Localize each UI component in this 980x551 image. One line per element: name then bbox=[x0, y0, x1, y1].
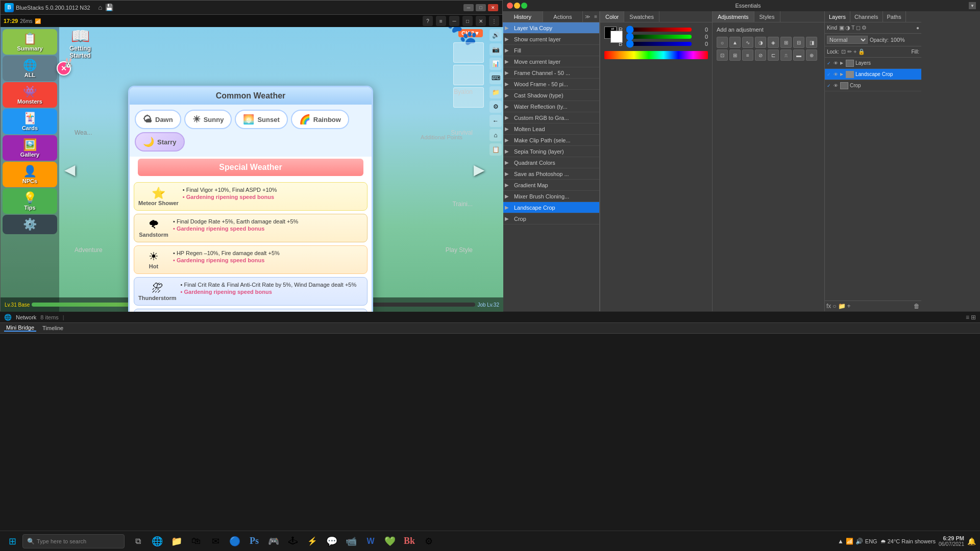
history-item-4[interactable]: ▶ Frame Channel - 50 ... bbox=[503, 67, 599, 79]
selective-color-icon[interactable]: ⊕ bbox=[806, 49, 817, 61]
bs-save-icon[interactable]: 💾 bbox=[105, 4, 113, 11]
history-item-5[interactable]: ▶ Wood Frame - 50 pi... bbox=[503, 79, 599, 90]
swatches-tab[interactable]: Swatches bbox=[624, 11, 659, 22]
whatsapp-button[interactable]: 💚 bbox=[381, 532, 399, 550]
history-panel-expand[interactable]: ≫ bbox=[583, 11, 592, 22]
new-fill-icon[interactable]: fx bbox=[826, 303, 831, 310]
nav-left-arrow[interactable]: ◀ bbox=[64, 161, 76, 178]
filter-pixel-icon[interactable]: ▣ bbox=[839, 24, 844, 31]
side-icon-5[interactable]: 📁 bbox=[489, 86, 502, 98]
layers-row-2[interactable]: ✓ 👁 Crop bbox=[825, 80, 921, 91]
volume-tray-icon[interactable]: 🔊 bbox=[855, 538, 863, 545]
gamepad-button[interactable]: 🎮 bbox=[264, 532, 283, 550]
close-modal-button[interactable]: ✕ 🐰 bbox=[57, 61, 71, 76]
rainbow-button[interactable]: 🌈 Rainbow bbox=[291, 110, 349, 129]
word-button[interactable]: W bbox=[361, 532, 380, 550]
sunny-button[interactable]: ☀ Sunny bbox=[184, 110, 232, 129]
history-item-9[interactable]: ▶ Molten Lead bbox=[503, 123, 599, 135]
bs-close-icon[interactable]: ✕ bbox=[476, 16, 486, 26]
side-icon-6[interactable]: ⚙ bbox=[489, 101, 502, 113]
brightness-contrast-icon[interactable]: ☼ bbox=[717, 37, 728, 48]
filter-shape-icon[interactable]: ◻ bbox=[856, 24, 861, 31]
bs-square-icon[interactable]: □ bbox=[462, 16, 473, 26]
history-item-1[interactable]: ▶ Show current layer bbox=[503, 34, 599, 45]
bw-icon[interactable]: ◨ bbox=[806, 37, 817, 48]
delete-layer-icon[interactable]: 🗑 bbox=[914, 303, 920, 310]
history-panel-menu[interactable]: ≡ bbox=[592, 11, 599, 22]
invert-icon[interactable]: ⊘ bbox=[755, 49, 766, 61]
nav-item-all[interactable]: 🌐 ALL bbox=[3, 56, 57, 81]
hsl-icon[interactable]: ⊞ bbox=[780, 37, 792, 48]
stacks-button[interactable]: Bk bbox=[400, 532, 419, 550]
new-layer-icon[interactable]: + bbox=[847, 303, 851, 310]
channel-mixer-icon[interactable]: ⊞ bbox=[729, 49, 741, 61]
exposure-icon[interactable]: ◑ bbox=[755, 37, 766, 48]
new-layer-group-icon[interactable]: 📁 bbox=[838, 303, 846, 310]
color-lookup-icon[interactable]: ≡ bbox=[742, 49, 753, 61]
eye-0[interactable]: 👁 bbox=[834, 61, 839, 66]
edge-button[interactable]: 🌐 bbox=[148, 532, 166, 550]
r-slider[interactable] bbox=[626, 28, 692, 32]
ps-close-button[interactable] bbox=[507, 3, 513, 9]
mail-button[interactable]: ✉ bbox=[206, 532, 225, 550]
history-item-6[interactable]: ▶ Cast Shadow (type) bbox=[503, 90, 599, 101]
dawn-button[interactable]: 🌤 Dawn bbox=[135, 110, 181, 129]
paths-tab[interactable]: Paths bbox=[883, 11, 906, 22]
start-button[interactable]: ⊞ bbox=[4, 533, 20, 549]
notification-icon[interactable]: 🔔 bbox=[967, 537, 976, 545]
actions-tab[interactable]: Actions bbox=[543, 11, 583, 22]
curves-icon[interactable]: ∿ bbox=[742, 37, 753, 48]
color-tab[interactable]: Color bbox=[600, 11, 624, 22]
lock-position-icon[interactable]: + bbox=[853, 48, 856, 55]
history-item-11[interactable]: ▶ Sepia Toning (layer) bbox=[503, 146, 599, 157]
side-icon-9[interactable]: 📋 bbox=[489, 143, 502, 156]
vibrance-icon[interactable]: ◈ bbox=[768, 37, 779, 48]
chrome-button[interactable]: 🔵 bbox=[226, 532, 244, 550]
bs-question-icon[interactable]: ? bbox=[423, 16, 433, 26]
bs-close-button[interactable]: ✕ bbox=[488, 4, 498, 11]
nav-item-cards[interactable]: 🃏 Cards bbox=[3, 109, 57, 134]
color-balance-icon[interactable]: ⊟ bbox=[793, 37, 804, 48]
bs-home-icon[interactable]: ⌂ bbox=[99, 4, 103, 11]
nav-item-monsters[interactable]: 👾 Monsters bbox=[3, 82, 57, 108]
history-item-17[interactable]: ▶ Crop bbox=[503, 213, 599, 224]
blend-mode-select[interactable]: Normal bbox=[827, 36, 868, 44]
filter-text-icon[interactable]: T bbox=[851, 24, 855, 31]
filter-smart-icon[interactable]: ⚙ bbox=[862, 24, 867, 31]
history-tab[interactable]: History bbox=[503, 11, 543, 22]
history-item-16[interactable]: ▶ Landscape Crop bbox=[503, 202, 599, 213]
nav-item-tips[interactable]: 💡 Tips bbox=[3, 188, 57, 214]
nav-item-summary[interactable]: 📋 Summary bbox=[3, 29, 57, 55]
history-item-7[interactable]: ▶ Water Reflection (ty... bbox=[503, 101, 599, 112]
history-item-15[interactable]: ▶ Mixer Brush Cloning... bbox=[503, 191, 599, 202]
list-view-icon[interactable]: ≡ bbox=[966, 314, 969, 321]
lock-all-icon[interactable]: 🔒 bbox=[858, 48, 865, 55]
layers-filter-toggle[interactable]: ● bbox=[916, 25, 919, 31]
filter-adj-icon[interactable]: ◑ bbox=[845, 24, 850, 31]
history-item-8[interactable]: ▶ Custom RGB to Gra... bbox=[503, 112, 599, 123]
tray-arrow-icon[interactable]: ▲ bbox=[838, 538, 844, 545]
history-item-13[interactable]: ▶ Save as Photoshop ... bbox=[503, 168, 599, 180]
layers-tab[interactable]: Layers bbox=[825, 11, 850, 22]
bs-minimize-button[interactable]: ─ bbox=[463, 4, 474, 11]
ps-menu-icon[interactable]: ▼ bbox=[969, 2, 976, 9]
side-icon-1[interactable]: 🔊 bbox=[489, 29, 502, 41]
history-item-12[interactable]: ▶ Quadrant Colors bbox=[503, 157, 599, 168]
taskview-button[interactable]: ⧉ bbox=[129, 532, 147, 550]
eye-1[interactable]: 👁 bbox=[834, 72, 839, 77]
levels-icon[interactable]: ▲ bbox=[729, 37, 741, 48]
ps-maximize-button[interactable] bbox=[521, 3, 527, 9]
photoshop-button[interactable]: Ps bbox=[245, 532, 263, 550]
sunset-button[interactable]: 🌅 Sunset bbox=[235, 110, 287, 129]
discord-button[interactable]: ⚡ bbox=[303, 532, 322, 550]
b-slider[interactable] bbox=[626, 42, 692, 46]
adjustments-tab[interactable]: Adjustments bbox=[713, 11, 754, 22]
channels-tab[interactable]: Channels bbox=[850, 11, 883, 22]
lock-image-icon[interactable]: ✏ bbox=[847, 48, 852, 55]
nav-item-gallery[interactable]: 🖼️ Gallery bbox=[3, 135, 57, 161]
side-icon-2[interactable]: 📷 bbox=[489, 43, 502, 56]
background-color[interactable] bbox=[610, 31, 623, 43]
color-spectrum[interactable] bbox=[604, 51, 708, 59]
side-icon-4[interactable]: ⌨ bbox=[489, 72, 502, 84]
bs-maximize-button[interactable]: □ bbox=[476, 4, 486, 11]
